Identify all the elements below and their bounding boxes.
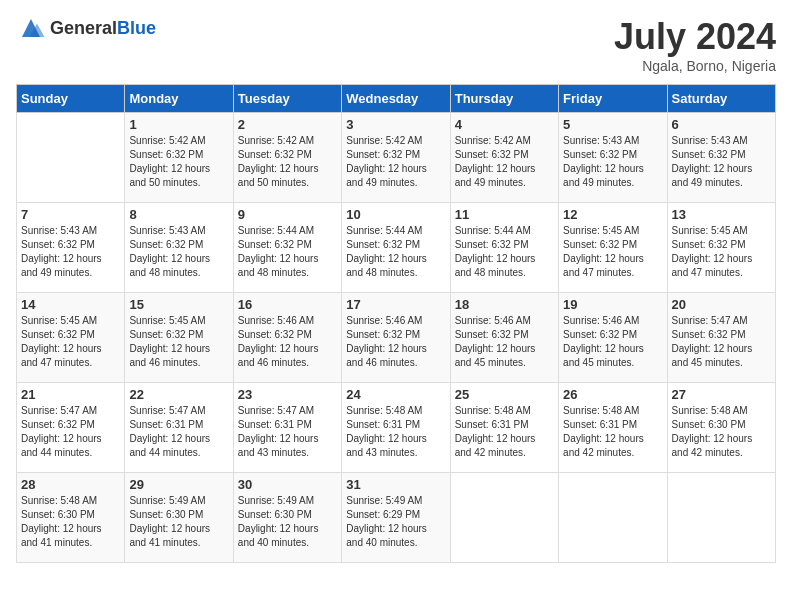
calendar-cell: 18Sunrise: 5:46 AMSunset: 6:32 PMDayligh…	[450, 293, 558, 383]
sunrise-text: Sunrise: 5:46 AM	[346, 314, 445, 328]
daylight-text: Daylight: 12 hours and 44 minutes.	[129, 432, 228, 460]
day-info: Sunrise: 5:42 AMSunset: 6:32 PMDaylight:…	[346, 134, 445, 190]
sunset-text: Sunset: 6:32 PM	[455, 238, 554, 252]
day-info: Sunrise: 5:45 AMSunset: 6:32 PMDaylight:…	[21, 314, 120, 370]
sunrise-text: Sunrise: 5:44 AM	[455, 224, 554, 238]
sunset-text: Sunset: 6:32 PM	[455, 328, 554, 342]
daylight-text: Daylight: 12 hours and 45 minutes.	[672, 342, 771, 370]
daylight-text: Daylight: 12 hours and 49 minutes.	[21, 252, 120, 280]
day-info: Sunrise: 5:48 AMSunset: 6:30 PMDaylight:…	[672, 404, 771, 460]
daylight-text: Daylight: 12 hours and 49 minutes.	[672, 162, 771, 190]
day-number: 26	[563, 387, 662, 402]
sunset-text: Sunset: 6:31 PM	[129, 418, 228, 432]
logo-icon	[16, 16, 46, 40]
calendar-week-4: 28Sunrise: 5:48 AMSunset: 6:30 PMDayligh…	[17, 473, 776, 563]
sunrise-text: Sunrise: 5:44 AM	[238, 224, 337, 238]
sunset-text: Sunset: 6:30 PM	[238, 508, 337, 522]
sunset-text: Sunset: 6:32 PM	[21, 238, 120, 252]
sunset-text: Sunset: 6:32 PM	[129, 238, 228, 252]
day-info: Sunrise: 5:46 AMSunset: 6:32 PMDaylight:…	[238, 314, 337, 370]
daylight-text: Daylight: 12 hours and 43 minutes.	[238, 432, 337, 460]
sunrise-text: Sunrise: 5:49 AM	[129, 494, 228, 508]
day-info: Sunrise: 5:45 AMSunset: 6:32 PMDaylight:…	[129, 314, 228, 370]
daylight-text: Daylight: 12 hours and 47 minutes.	[563, 252, 662, 280]
calendar-cell	[667, 473, 775, 563]
day-info: Sunrise: 5:44 AMSunset: 6:32 PMDaylight:…	[238, 224, 337, 280]
daylight-text: Daylight: 12 hours and 47 minutes.	[21, 342, 120, 370]
day-number: 22	[129, 387, 228, 402]
sunrise-text: Sunrise: 5:42 AM	[238, 134, 337, 148]
day-number: 31	[346, 477, 445, 492]
day-number: 21	[21, 387, 120, 402]
calendar-cell: 28Sunrise: 5:48 AMSunset: 6:30 PMDayligh…	[17, 473, 125, 563]
day-number: 23	[238, 387, 337, 402]
sunrise-text: Sunrise: 5:46 AM	[563, 314, 662, 328]
day-info: Sunrise: 5:48 AMSunset: 6:30 PMDaylight:…	[21, 494, 120, 550]
sunset-text: Sunset: 6:30 PM	[672, 418, 771, 432]
day-number: 10	[346, 207, 445, 222]
daylight-text: Daylight: 12 hours and 45 minutes.	[563, 342, 662, 370]
calendar-week-1: 7Sunrise: 5:43 AMSunset: 6:32 PMDaylight…	[17, 203, 776, 293]
daylight-text: Daylight: 12 hours and 46 minutes.	[346, 342, 445, 370]
calendar-cell: 24Sunrise: 5:48 AMSunset: 6:31 PMDayligh…	[342, 383, 450, 473]
daylight-text: Daylight: 12 hours and 48 minutes.	[455, 252, 554, 280]
calendar-cell: 29Sunrise: 5:49 AMSunset: 6:30 PMDayligh…	[125, 473, 233, 563]
calendar-cell: 10Sunrise: 5:44 AMSunset: 6:32 PMDayligh…	[342, 203, 450, 293]
day-info: Sunrise: 5:42 AMSunset: 6:32 PMDaylight:…	[238, 134, 337, 190]
day-info: Sunrise: 5:45 AMSunset: 6:32 PMDaylight:…	[563, 224, 662, 280]
day-number: 18	[455, 297, 554, 312]
sunrise-text: Sunrise: 5:45 AM	[672, 224, 771, 238]
daylight-text: Daylight: 12 hours and 48 minutes.	[129, 252, 228, 280]
daylight-text: Daylight: 12 hours and 50 minutes.	[238, 162, 337, 190]
sunset-text: Sunset: 6:32 PM	[21, 418, 120, 432]
day-info: Sunrise: 5:47 AMSunset: 6:32 PMDaylight:…	[672, 314, 771, 370]
day-number: 19	[563, 297, 662, 312]
sunset-text: Sunset: 6:29 PM	[346, 508, 445, 522]
daylight-text: Daylight: 12 hours and 50 minutes.	[129, 162, 228, 190]
calendar-cell: 15Sunrise: 5:45 AMSunset: 6:32 PMDayligh…	[125, 293, 233, 383]
daylight-text: Daylight: 12 hours and 41 minutes.	[21, 522, 120, 550]
day-number: 6	[672, 117, 771, 132]
daylight-text: Daylight: 12 hours and 42 minutes.	[563, 432, 662, 460]
calendar-cell: 26Sunrise: 5:48 AMSunset: 6:31 PMDayligh…	[559, 383, 667, 473]
sunset-text: Sunset: 6:32 PM	[346, 328, 445, 342]
sunrise-text: Sunrise: 5:42 AM	[455, 134, 554, 148]
day-number: 24	[346, 387, 445, 402]
day-number: 7	[21, 207, 120, 222]
sunset-text: Sunset: 6:32 PM	[672, 328, 771, 342]
day-number: 9	[238, 207, 337, 222]
day-info: Sunrise: 5:42 AMSunset: 6:32 PMDaylight:…	[129, 134, 228, 190]
day-info: Sunrise: 5:47 AMSunset: 6:31 PMDaylight:…	[238, 404, 337, 460]
daylight-text: Daylight: 12 hours and 48 minutes.	[346, 252, 445, 280]
calendar-header: Sunday Monday Tuesday Wednesday Thursday…	[17, 85, 776, 113]
sunrise-text: Sunrise: 5:45 AM	[129, 314, 228, 328]
calendar-cell: 23Sunrise: 5:47 AMSunset: 6:31 PMDayligh…	[233, 383, 341, 473]
calendar-table: Sunday Monday Tuesday Wednesday Thursday…	[16, 84, 776, 563]
day-number: 13	[672, 207, 771, 222]
day-number: 14	[21, 297, 120, 312]
calendar-cell: 30Sunrise: 5:49 AMSunset: 6:30 PMDayligh…	[233, 473, 341, 563]
day-info: Sunrise: 5:46 AMSunset: 6:32 PMDaylight:…	[563, 314, 662, 370]
calendar-cell: 17Sunrise: 5:46 AMSunset: 6:32 PMDayligh…	[342, 293, 450, 383]
sunrise-text: Sunrise: 5:45 AM	[21, 314, 120, 328]
calendar-cell: 5Sunrise: 5:43 AMSunset: 6:32 PMDaylight…	[559, 113, 667, 203]
day-info: Sunrise: 5:43 AMSunset: 6:32 PMDaylight:…	[21, 224, 120, 280]
calendar-cell: 6Sunrise: 5:43 AMSunset: 6:32 PMDaylight…	[667, 113, 775, 203]
calendar-cell: 8Sunrise: 5:43 AMSunset: 6:32 PMDaylight…	[125, 203, 233, 293]
calendar-cell: 12Sunrise: 5:45 AMSunset: 6:32 PMDayligh…	[559, 203, 667, 293]
day-number: 5	[563, 117, 662, 132]
calendar-cell: 13Sunrise: 5:45 AMSunset: 6:32 PMDayligh…	[667, 203, 775, 293]
sunrise-text: Sunrise: 5:47 AM	[129, 404, 228, 418]
sunset-text: Sunset: 6:32 PM	[129, 328, 228, 342]
sunset-text: Sunset: 6:31 PM	[563, 418, 662, 432]
daylight-text: Daylight: 12 hours and 40 minutes.	[346, 522, 445, 550]
header-row: Sunday Monday Tuesday Wednesday Thursday…	[17, 85, 776, 113]
month-title: July 2024	[614, 16, 776, 58]
sunrise-text: Sunrise: 5:43 AM	[21, 224, 120, 238]
logo-blue: Blue	[117, 18, 156, 38]
sunset-text: Sunset: 6:32 PM	[672, 148, 771, 162]
calendar-cell: 19Sunrise: 5:46 AMSunset: 6:32 PMDayligh…	[559, 293, 667, 383]
day-info: Sunrise: 5:46 AMSunset: 6:32 PMDaylight:…	[346, 314, 445, 370]
sunset-text: Sunset: 6:32 PM	[563, 328, 662, 342]
col-wednesday: Wednesday	[342, 85, 450, 113]
